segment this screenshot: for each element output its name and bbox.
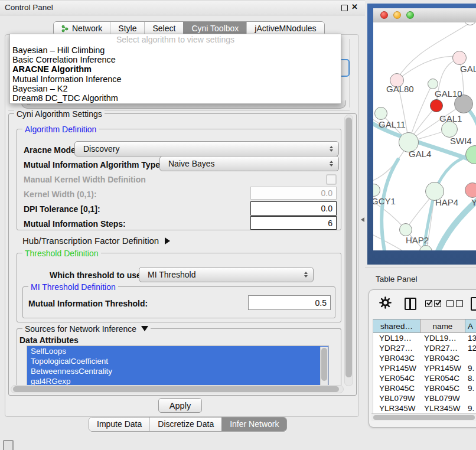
deselect-all-icon[interactable] (446, 300, 454, 307)
node-label: GAL80 (386, 84, 414, 94)
table-panel-header: Table Panel (365, 267, 476, 290)
kernel-width-field[interactable]: 0.0 (250, 187, 337, 200)
node-label: GAL11 (379, 119, 406, 129)
table-cell: YBR043C (420, 354, 465, 363)
algorithm-option[interactable]: Bayesian – Hill Climbing (10, 45, 341, 55)
network-window: GALGAL80GAL10GAL11GAL1SWI4GAL4GCY1HAP4YH… (373, 8, 476, 250)
node-label: Y (471, 197, 476, 207)
table-cell: YLR345W (373, 404, 420, 413)
threshold-definition-title: Threshold Definition (22, 249, 101, 258)
kernel-width-label: Kernel Width (0,1): (24, 190, 97, 199)
mi-algorithm-type-combo[interactable]: Naive Bayes (159, 156, 339, 171)
table-cell: 9. (465, 364, 476, 373)
algorithm-option[interactable]: Dream8 DC_TDC Algorithm (10, 93, 341, 103)
algorithm-option[interactable]: Bayesian – K2 (10, 84, 341, 93)
tab-infer-network[interactable]: Infer Network (221, 418, 286, 431)
attribute-item-selected[interactable]: BetweennessCentrality (27, 366, 328, 376)
mi-threshold-label: Mutual Information Threshold: (28, 299, 148, 308)
algorithm-option[interactable]: Mutual Information Inference (10, 74, 341, 84)
table-row[interactable]: YBR043CYBR043C (373, 353, 476, 363)
table-row[interactable]: YBL079WYBL079W (373, 393, 476, 403)
attribute-list-scrollbar[interactable] (320, 347, 328, 385)
dpi-tolerance-field[interactable]: 0.0 (250, 201, 337, 216)
network-canvas[interactable]: GALGAL80GAL10GAL11GAL1SWI4GAL4GCY1HAP4YH… (373, 22, 476, 250)
which-threshold-label: Which threshold to use: (50, 270, 144, 280)
network-node[interactable] (441, 121, 458, 138)
table-cell: 9. (465, 404, 476, 413)
bottom-tabbar: Impute Data Discretize Data Infer Networ… (89, 417, 287, 432)
table-row[interactable]: YER054CYER054C8. (373, 373, 476, 383)
mi-steps-field[interactable]: 6 (250, 216, 337, 230)
combo-spinner-icon (330, 161, 333, 167)
columns-icon[interactable] (405, 298, 416, 310)
network-node[interactable] (374, 107, 387, 120)
close-window-icon[interactable] (380, 11, 388, 19)
cyni-settings-title: Cyni Algorithm Settings (14, 109, 105, 119)
table-cell: YDR27… (373, 344, 420, 353)
node-label: HAP4 (435, 197, 458, 207)
table-horizontal-scrollbar[interactable] (371, 413, 476, 421)
float-panel-icon[interactable] (341, 5, 348, 11)
mi-threshold-field[interactable]: 0.5 (248, 295, 331, 310)
deselect-all-icon[interactable] (456, 300, 463, 307)
settings-vertical-scrollbar[interactable] (344, 115, 353, 386)
table-toolbar (369, 290, 476, 318)
zoom-window-icon[interactable] (406, 11, 414, 19)
panel-collapse-handle[interactable] (361, 217, 364, 222)
table-cell: 12 (465, 344, 476, 353)
select-all-checked-icon[interactable] (434, 300, 441, 307)
close-panel-icon[interactable]: ✕ (351, 2, 358, 11)
attribute-item-selected[interactable]: TopologicalCoefficient (27, 356, 328, 366)
table-cell: YDL19… (373, 334, 420, 343)
network-node[interactable] (430, 99, 443, 112)
hub-section-toggle[interactable]: Hub/Transcription Factor Definition (22, 236, 170, 246)
sources-toggle[interactable]: Sources for Network Inference (22, 324, 151, 334)
manual-kernel-label: Manual Kernel Width Definition (24, 175, 146, 184)
data-attributes-items: SelfLoopsTopologicalCoefficientBetweenne… (27, 346, 328, 386)
dock-mini-icon[interactable] (3, 440, 14, 450)
combo-spinner-icon (304, 272, 308, 278)
column-header-clipped[interactable]: A (465, 319, 476, 332)
network-node[interactable] (452, 51, 467, 65)
tab-discretize-data[interactable]: Discretize Data (149, 418, 221, 431)
table-row[interactable]: YDL19…YDL19…13 (373, 333, 476, 343)
network-node[interactable] (399, 223, 412, 236)
node-label: HAP2 (406, 235, 429, 245)
table-cell: YPR145W (420, 364, 465, 373)
minimize-window-icon[interactable] (393, 11, 401, 19)
network-node[interactable] (465, 182, 476, 198)
algorithm-definition-title: Algorithm Definition (22, 125, 99, 134)
table-cell: 9. (465, 384, 476, 393)
table-row[interactable]: YDR27…YDR27…12 (373, 343, 476, 353)
column-header-name[interactable]: name (420, 319, 465, 332)
table-cell: YBR043C (373, 354, 420, 363)
table-cell: YBR045C (420, 384, 465, 393)
table-cell: YPR145W (373, 364, 420, 373)
column-header-shared-name[interactable]: shared… (373, 319, 420, 332)
table-cell: YBL079W (373, 394, 420, 403)
table-cell: YLR345W (420, 404, 465, 413)
node-label: GAL4 (409, 149, 431, 159)
algorithm-option[interactable]: ARACNE Algorithm (10, 64, 341, 74)
node-label: GCY1 (373, 196, 396, 206)
network-window-titlebar (373, 8, 476, 23)
attribute-item-selected[interactable]: SelfLoops (27, 346, 328, 356)
algorithm-dropdown-list: Bayesian – Hill ClimbingBasic Correlatio… (10, 45, 341, 103)
document-icon[interactable] (471, 297, 476, 311)
aracne-mode-combo[interactable]: Discovery (74, 141, 339, 156)
network-tab-icon (61, 25, 69, 32)
expand-right-icon (165, 237, 170, 244)
algorithm-option[interactable]: Basic Correlation Inference (10, 55, 341, 64)
gear-icon[interactable] (379, 296, 392, 309)
table-body: YDL19…YDL19…13YDR27…YDR27…12YBR043CYBR04… (373, 333, 476, 418)
which-threshold-combo[interactable]: MI Threshold (139, 267, 314, 282)
network-node[interactable] (428, 79, 438, 89)
settings-horizontal-scrollbar[interactable] (11, 385, 344, 393)
manual-kernel-checkbox[interactable] (326, 174, 337, 185)
table-row[interactable]: YPR145WYPR145W9. (373, 363, 476, 373)
table-row[interactable]: YLR345WYLR345W9. (373, 403, 476, 413)
select-all-checked-icon[interactable] (425, 300, 432, 307)
tab-impute-data[interactable]: Impute Data (89, 418, 149, 431)
apply-button[interactable]: Apply (158, 398, 202, 413)
table-row[interactable]: YBR045CYBR045C9. (373, 383, 476, 393)
